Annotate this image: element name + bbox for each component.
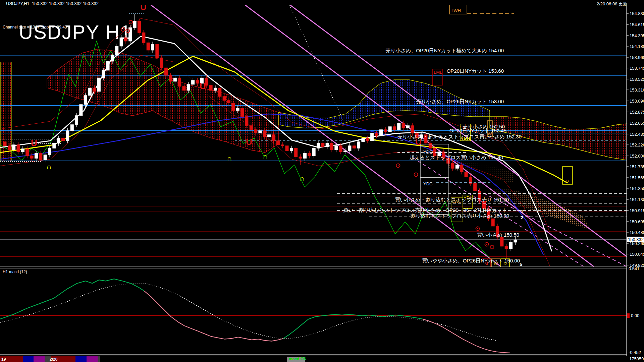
- macd-axis-bottom: -0.452: [629, 350, 641, 355]
- main-chart-panel[interactable]: LWHLMLYDHWYDOYDCDYDLLWLMWDUUUUU∩∩∩∩125売り…: [0, 0, 644, 267]
- candle-bear: [227, 101, 230, 103]
- macd-axis-zero: 0.00: [631, 313, 639, 318]
- candle-bear: [339, 146, 342, 152]
- candle-bull: [268, 135, 271, 137]
- axis-price-label: 154.395: [630, 33, 644, 38]
- candle-bear: [500, 237, 503, 246]
- axis-price-label: 150.480: [630, 230, 644, 235]
- sell-arrow-icon: U: [31, 138, 37, 148]
- order-annotation: 売り小さめ、OP20日NYカット極めて大きめ 154.00: [385, 48, 504, 53]
- axis-price-label: 152.655: [630, 121, 644, 126]
- session-segment: [75, 356, 87, 362]
- candle-bear: [196, 80, 199, 83]
- candle-bear: [272, 135, 275, 141]
- session-segment: [98, 356, 100, 362]
- candle-bear: [254, 130, 257, 133]
- axis-price-label: 150.695: [630, 219, 644, 224]
- box-D-daily-label: D: [566, 179, 569, 184]
- candle-bull: [70, 125, 73, 131]
- macd-main-line: [423, 319, 510, 353]
- candle-bull: [362, 138, 365, 142]
- axis-price-label: 151.565: [630, 175, 644, 180]
- candle-bear: [138, 21, 141, 33]
- candle-bear: [182, 86, 185, 90]
- candle-bear: [8, 146, 11, 150]
- candle-bull: [379, 130, 382, 136]
- candle-bear: [465, 172, 468, 177]
- candle-bear: [353, 146, 356, 148]
- candle-bear: [308, 153, 311, 156]
- candle-bear: [411, 126, 414, 133]
- candle-bear: [156, 44, 159, 58]
- signal-ring-dot: [398, 165, 398, 166]
- count-label: 5: [520, 261, 522, 267]
- candle-bear: [263, 131, 266, 137]
- candle-bear: [62, 138, 65, 141]
- axis-price-label: 153.745: [630, 66, 644, 71]
- signal-ring-dot: [416, 174, 416, 175]
- time-bar-label: 2/20: [50, 357, 58, 362]
- candle-bear: [169, 75, 172, 81]
- box-LWH-label: LWH: [451, 8, 461, 13]
- order-annotation: 買い・割り込むとストップロス売り小さめ、OP20・26・27日NYカット: [343, 207, 507, 213]
- macd-signal-line: [0, 283, 496, 341]
- axis-price-label: 151.130: [630, 197, 644, 202]
- candle-bull: [48, 148, 51, 155]
- candle-bull: [21, 149, 24, 152]
- candle-bear: [276, 141, 279, 145]
- candle-bull: [455, 165, 459, 169]
- candle-bear: [321, 143, 324, 147]
- candle-bull: [151, 44, 154, 50]
- candle-bear: [178, 78, 181, 86]
- dotted-trend-white: [287, 0, 343, 121]
- box-YDO-label: YDO: [423, 149, 433, 155]
- session-segment: [87, 356, 98, 362]
- candle-bull: [312, 148, 315, 156]
- sell-arrow-icon: U: [200, 81, 206, 91]
- candle-bear: [366, 138, 369, 141]
- signal-ring-dot: [127, 31, 128, 31]
- chart-canvas[interactable]: LWHLMLYDHWYDOYDCDYDLLWLMWDUUUUU∩∩∩∩125売り…: [0, 0, 644, 362]
- candle-bear: [393, 127, 396, 130]
- time-bar-label: macd ON: [289, 357, 307, 361]
- candle-bear: [241, 108, 244, 117]
- candle-bull: [120, 38, 123, 46]
- axis-price-label: 152.000: [630, 154, 644, 159]
- axis-price-label: 153.960: [630, 55, 644, 60]
- axis-price-label: 154.180: [630, 44, 644, 49]
- axis-price-label: 151.785: [630, 164, 644, 169]
- candle-bull: [102, 70, 105, 78]
- order-annotation: 超えるとストップロス買い小さめ 151.90: [410, 155, 503, 160]
- candle-bear: [384, 130, 387, 132]
- candle-bear: [160, 58, 163, 68]
- axis-price-label: 152.435: [630, 132, 644, 137]
- candle-bear: [26, 149, 29, 156]
- order-annotation: 割り込むとストップロス売り小さめ 150.90: [411, 213, 509, 219]
- box-LML-label: LML: [434, 70, 442, 75]
- candle-bear: [375, 133, 378, 136]
- order-annotation: OP20日NYカット 152.45: [449, 128, 506, 133]
- candle-bear: [505, 246, 508, 249]
- candle-bear: [209, 85, 212, 90]
- trading-chart-screen: USDJPY,H1 150.332 150.332 150.332 150.33…: [0, 0, 644, 362]
- candle-bull: [344, 151, 347, 152]
- order-annotation: 買い小さめ・割り込むとストップロス売り 151.20: [395, 197, 509, 202]
- macd-panel[interactable]: [0, 279, 627, 353]
- candle-bull: [388, 127, 391, 132]
- signal-ring-dot: [492, 247, 492, 247]
- candle-bear: [147, 43, 150, 50]
- candle-bull: [89, 88, 92, 96]
- candle-bear: [491, 219, 494, 226]
- candle-bear: [93, 88, 96, 92]
- candle-bear: [124, 38, 127, 41]
- candle-bear: [142, 33, 145, 43]
- candle-bear: [218, 88, 221, 97]
- macd-axis-top: 0.541: [629, 266, 640, 271]
- candle-bull: [397, 123, 400, 130]
- box-YDC-label: YDC: [423, 181, 432, 186]
- candle-bull: [173, 78, 176, 81]
- candle-bull: [44, 155, 47, 160]
- candle-bull: [57, 138, 60, 143]
- candle-bull: [326, 143, 329, 147]
- candle-bull: [514, 240, 517, 242]
